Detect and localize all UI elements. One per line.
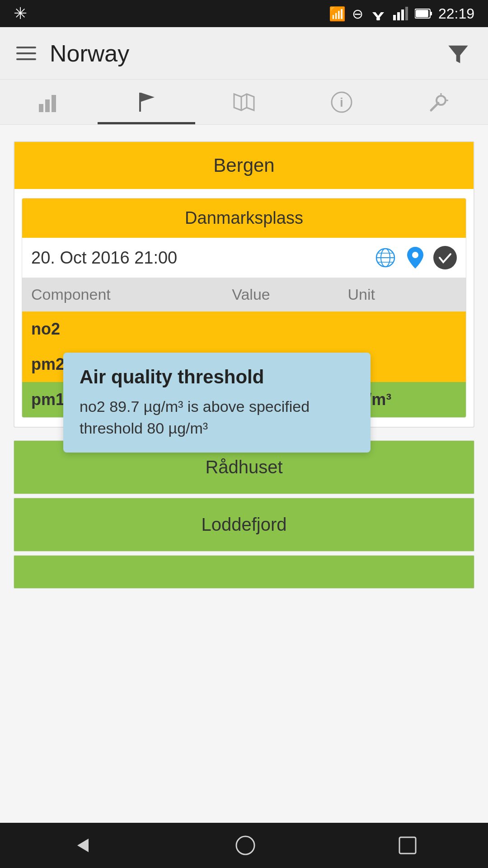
location-name-radhuset: Rådhuset <box>205 457 282 477</box>
globe-icon[interactable] <box>374 246 397 269</box>
tab-stats[interactable] <box>0 80 98 124</box>
tooltip-title: Air quality threshold <box>80 366 354 388</box>
tooltip-body: no2 89.7 µg/m³ is above specified thresh… <box>80 396 354 439</box>
tooltip-overlay: Air quality threshold no2 89.7 µg/m³ is … <box>63 353 371 453</box>
svg-rect-13 <box>45 99 50 112</box>
tab-map[interactable] <box>195 80 293 124</box>
page-title: Norway <box>36 40 445 67</box>
svg-text:i: i <box>340 95 343 109</box>
svg-rect-5 <box>397 12 400 20</box>
battery-icon <box>415 8 432 19</box>
filter-button[interactable] <box>445 40 472 67</box>
table-header-row: Component Value Unit <box>22 278 466 311</box>
checkmark-icon[interactable] <box>433 246 457 269</box>
svg-rect-10 <box>416 10 428 17</box>
date-icons <box>374 246 457 269</box>
bottom-nav <box>0 823 488 868</box>
donotdisturb-icon: ⊖ <box>352 6 363 22</box>
col-component: Component <box>22 278 223 311</box>
app-bar: Norway <box>0 27 488 80</box>
tab-info[interactable]: i <box>293 80 390 124</box>
station-header[interactable]: Danmarksplass <box>22 198 466 238</box>
svg-rect-12 <box>39 104 43 112</box>
svg-point-23 <box>436 96 446 105</box>
date-row: 20. Oct 2016 21:00 <box>22 238 466 278</box>
svg-point-31 <box>412 252 418 258</box>
svg-rect-34 <box>399 837 416 854</box>
time-display: 22:19 <box>438 5 474 22</box>
signal-icon <box>393 7 408 20</box>
nav-home-button[interactable] <box>234 834 257 857</box>
svg-rect-6 <box>401 9 404 20</box>
svg-point-33 <box>236 836 254 854</box>
main-content: Bergen Danmarksplass 20. Oct 2016 21:00 <box>0 125 488 823</box>
status-bar-left: ✳ <box>14 4 27 23</box>
wifi-icon <box>370 7 387 20</box>
col-value: Value <box>223 278 338 311</box>
tab-bar: i <box>0 80 488 125</box>
location-card-partial <box>14 555 474 589</box>
status-bar: ✳ 📶 ⊖ 22:1 <box>0 0 488 27</box>
city-name-bergen: Bergen <box>213 155 274 176</box>
svg-marker-32 <box>77 839 89 852</box>
status-bar-right: 📶 ⊖ 22:19 <box>329 5 474 22</box>
svg-marker-17 <box>234 94 254 110</box>
location-header-partial[interactable] <box>14 556 474 588</box>
svg-rect-4 <box>393 15 396 20</box>
menu-button[interactable] <box>16 47 36 60</box>
date-time: 20. Oct 2016 21:00 <box>31 248 177 268</box>
location-card-loddefjord: Loddefjord <box>14 498 474 552</box>
location-pin-icon[interactable] <box>404 246 427 269</box>
location-name-loddefjord: Loddefjord <box>201 514 286 534</box>
col-unit: Unit <box>338 278 466 311</box>
sun-icon: ✳ <box>14 4 27 23</box>
svg-rect-14 <box>52 95 56 112</box>
table-row-no2[interactable]: no2 <box>22 311 466 347</box>
unit-no2 <box>338 311 466 347</box>
location-header-loddefjord[interactable]: Loddefjord <box>14 498 474 551</box>
station-name: Danmarksplass <box>185 208 303 227</box>
city-header-bergen[interactable]: Bergen <box>14 142 474 189</box>
svg-rect-15 <box>139 93 141 112</box>
component-no2: no2 <box>22 311 223 347</box>
nav-recent-button[interactable] <box>398 835 418 855</box>
svg-marker-16 <box>141 93 155 102</box>
value-no2 <box>223 311 338 347</box>
tab-tools[interactable] <box>390 80 488 124</box>
nav-back-button[interactable] <box>70 834 93 857</box>
svg-rect-9 <box>430 12 432 15</box>
svg-marker-11 <box>448 45 468 63</box>
svg-rect-7 <box>405 7 408 20</box>
bluetooth-icon: 📶 <box>329 6 346 22</box>
tab-flag[interactable] <box>98 80 195 124</box>
